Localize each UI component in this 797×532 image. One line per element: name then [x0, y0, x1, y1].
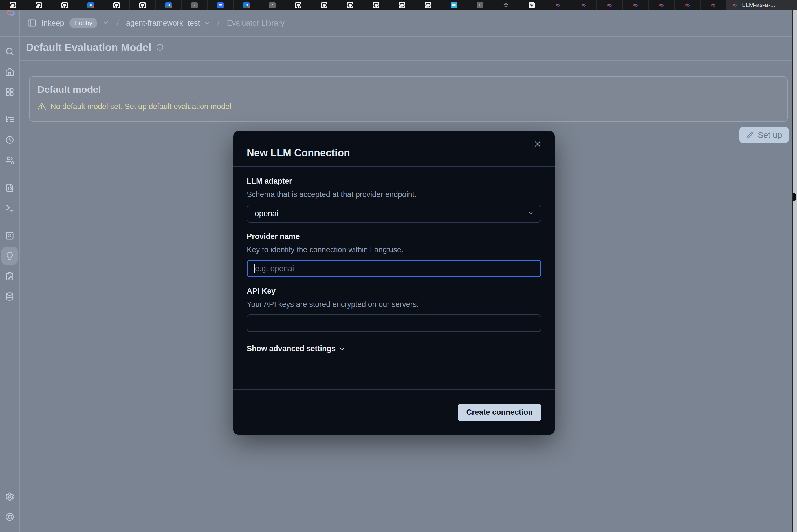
sidebar-item-settings[interactable]: [1, 488, 18, 506]
browser-tab[interactable]: [701, 0, 726, 10]
header-divider: [0, 36, 793, 37]
card-title: Default model: [37, 84, 779, 95]
dashboard-icon: [5, 87, 14, 97]
browser-tab[interactable]: [337, 0, 363, 10]
browser-tab[interactable]: [26, 0, 52, 10]
google-calendar-favicon: 31: [243, 2, 250, 8]
z-app-favicon: Z: [269, 2, 275, 8]
browser-tab[interactable]: L: [467, 0, 493, 10]
browser-tab[interactable]: Z: [182, 0, 207, 10]
sidebar-item-dashboards[interactable]: [1, 83, 18, 101]
langfuse-favicon: [606, 2, 613, 8]
openai-favicon: [528, 2, 535, 8]
api-key-input[interactable]: [247, 315, 541, 332]
browser-tab[interactable]: [597, 0, 623, 10]
langfuse-favicon: [710, 2, 717, 8]
chat-app-favicon: [451, 2, 457, 8]
browser-tab-active[interactable]: LLM-as-a-...: [726, 0, 797, 10]
google-docs-favicon: [217, 2, 224, 8]
page-title: Default Evaluation Model: [26, 42, 151, 54]
github-favicon: [113, 2, 120, 8]
llm-adapter-value: openai: [255, 209, 278, 218]
browser-tab[interactable]: 31: [78, 0, 104, 10]
breadcrumb-separator: /: [215, 19, 222, 27]
browser-tab[interactable]: [441, 0, 467, 10]
sidebar-item-tracing[interactable]: [1, 111, 18, 129]
sidebar-item-home[interactable]: [1, 62, 18, 81]
browser-tab[interactable]: 31: [156, 0, 182, 10]
chevron-down-icon: [203, 20, 210, 26]
browser-tab[interactable]: [545, 0, 571, 10]
modal-footer: Create connection: [233, 390, 555, 435]
search-icon: [5, 47, 14, 56]
sidebar-item-search[interactable]: [1, 42, 18, 60]
clipboard-pen-icon: [5, 272, 14, 281]
github-favicon: [425, 2, 431, 8]
browser-tab[interactable]: [130, 0, 156, 10]
sidebar-item-sessions[interactable]: [1, 131, 18, 149]
advanced-settings-label: Show advanced settings: [247, 344, 336, 353]
sidebar-item-playground[interactable]: [1, 199, 18, 217]
sidebar-divider: [19, 10, 20, 532]
modal-title: New LLM Connection: [247, 147, 350, 159]
screen: 3131Z31ZLLLM-as-a-... inkeep Hobby / age…: [0, 0, 797, 532]
langfuse-favicon: [684, 2, 691, 8]
sidebar-item-support[interactable]: [1, 508, 18, 526]
sidebar-item-users[interactable]: [1, 151, 18, 169]
api-key-desc: Your API keys are stored encrypted on ou…: [247, 300, 541, 309]
z-app-favicon: Z: [191, 2, 198, 8]
create-connection-button[interactable]: Create connection: [458, 403, 541, 421]
sidebar-item-annotation[interactable]: [1, 267, 18, 285]
active-tab-title: LLM-as-a-...: [742, 1, 776, 9]
percent-square-icon: [5, 231, 14, 240]
browser-tab[interactable]: 31: [234, 0, 259, 10]
warning-text: No default model set. Set up default eva…: [51, 102, 231, 111]
browser-tab[interactable]: Z: [259, 0, 285, 10]
close-icon[interactable]: [531, 139, 543, 149]
lightbulb-icon: [5, 251, 14, 261]
browser-tab[interactable]: [285, 0, 311, 10]
star-favicon: [503, 2, 509, 8]
langfuse-favicon: [658, 2, 665, 8]
langfuse-favicon: [580, 2, 587, 8]
browser-tab[interactable]: [519, 0, 545, 10]
breadcrumb-org[interactable]: inkeep: [42, 19, 64, 27]
browser-tab[interactable]: [389, 0, 415, 10]
llm-adapter-select[interactable]: openai: [247, 205, 541, 223]
browser-tab[interactable]: [311, 0, 337, 10]
api-key-field: API Key Your API keys are stored encrypt…: [247, 287, 541, 332]
browser-tab[interactable]: [207, 0, 234, 10]
google-calendar-favicon: 31: [87, 2, 94, 8]
terminal-icon: [5, 204, 14, 213]
show-advanced-settings-toggle[interactable]: Show advanced settings: [247, 344, 541, 353]
github-favicon: [36, 2, 42, 8]
chevron-down-icon[interactable]: [102, 19, 109, 27]
browser-tab[interactable]: [104, 0, 130, 10]
browser-tab[interactable]: [52, 0, 78, 10]
sidebar-item-evaluators[interactable]: [1, 247, 18, 265]
sidebar-toggle-button[interactable]: [27, 18, 37, 28]
provider-name-input[interactable]: [247, 260, 541, 277]
modal-body: LLM adapter Schema that is accepted at t…: [233, 167, 555, 353]
browser-tab[interactable]: [675, 0, 701, 10]
langfuse-favicon: [731, 2, 738, 8]
provider-name-desc: Key to identify the connection within La…: [247, 245, 541, 254]
browser-tab[interactable]: [649, 0, 675, 10]
sidebar-item-scores[interactable]: [1, 227, 18, 245]
life-buoy-icon: [5, 512, 14, 521]
browser-tab[interactable]: [623, 0, 649, 10]
alert-triangle-icon: [37, 102, 46, 111]
breadcrumb-current-page: Evaluator Library: [227, 19, 285, 27]
home-icon: [5, 67, 14, 76]
browser-tab[interactable]: [363, 0, 389, 10]
sidebar-item-datasets[interactable]: [1, 287, 18, 305]
breadcrumb-project[interactable]: agent-framework=test: [126, 19, 210, 27]
browser-tab[interactable]: [571, 0, 597, 10]
browser-tab[interactable]: [493, 0, 519, 10]
content-divider: [19, 60, 793, 61]
set-up-button[interactable]: Set up: [740, 127, 789, 143]
info-icon[interactable]: [156, 43, 164, 52]
sidebar-item-prompts[interactable]: [1, 179, 18, 197]
browser-tab[interactable]: [415, 0, 441, 10]
llm-adapter-label: LLM adapter: [247, 177, 541, 186]
